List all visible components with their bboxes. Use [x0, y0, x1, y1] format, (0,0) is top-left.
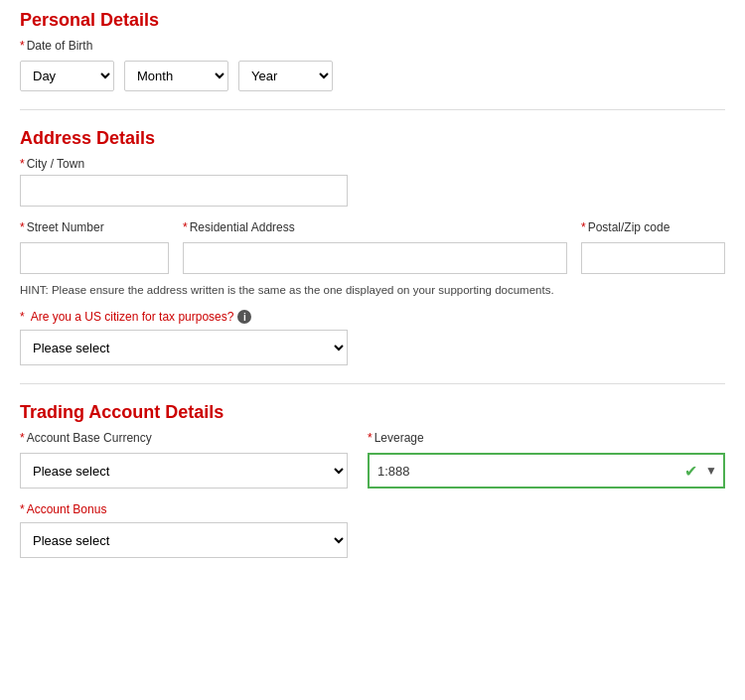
trading-details-title: Trading Account Details: [20, 402, 725, 423]
leverage-label: *Leverage: [368, 431, 725, 445]
residential-label: *Residential Address: [183, 220, 567, 234]
year-select[interactable]: Year 2000199919981997 199619951990198519…: [238, 61, 333, 91]
address-details-title: Address Details: [20, 128, 725, 149]
street-field: *Street Number: [20, 220, 169, 274]
month-select[interactable]: Month JanuaryFebruaryMarch AprilMayJune …: [124, 61, 228, 91]
us-citizen-field: * Are you a US citizen for tax purposes?…: [20, 310, 725, 365]
street-input[interactable]: [20, 242, 169, 274]
trading-fields-row: *Account Base Currency Please select USD…: [20, 431, 725, 489]
postal-label: *Postal/Zip code: [581, 220, 725, 234]
account-bonus-label: *Account Bonus: [20, 502, 725, 516]
account-bonus-select[interactable]: Please select Yes No: [20, 522, 348, 558]
address-details-section: Address Details *City / Town *Street Num…: [20, 128, 725, 365]
base-currency-select[interactable]: Please select USD EUR GBP AUD: [20, 453, 348, 489]
required-star: *: [20, 39, 25, 53]
city-input[interactable]: [20, 175, 348, 207]
dob-row: Day 12345 678910 1112131415 1617181920 2…: [20, 61, 725, 91]
address-fields-row: *Street Number *Residential Address *Pos…: [20, 220, 725, 274]
postal-field: *Postal/Zip code: [581, 220, 725, 274]
leverage-select[interactable]: 1:888 1:500 1:400 1:300 1:200 1:100: [368, 453, 725, 489]
leverage-wrapper: 1:888 1:500 1:400 1:300 1:200 1:100 ✔ ▼: [368, 453, 725, 489]
personal-details-section: Personal Details *Date of Birth Day 1234…: [20, 10, 725, 91]
base-currency-label: *Account Base Currency: [20, 431, 348, 445]
personal-details-title: Personal Details: [20, 10, 725, 31]
base-currency-field: *Account Base Currency Please select USD…: [20, 431, 348, 489]
dob-field: *Date of Birth Day 12345 678910 11121314…: [20, 39, 725, 91]
divider-2: [20, 383, 725, 384]
divider-1: [20, 109, 725, 110]
address-hint: HINT: Please ensure the address written …: [20, 284, 725, 296]
info-icon[interactable]: i: [237, 310, 251, 324]
residential-input[interactable]: [183, 242, 567, 274]
account-bonus-field: *Account Bonus Please select Yes No: [20, 502, 725, 558]
city-label: *City / Town: [20, 157, 725, 171]
dob-label: *Date of Birth: [20, 39, 725, 53]
city-field: *City / Town: [20, 157, 725, 207]
us-citizen-select[interactable]: Please select Yes No: [20, 330, 348, 365]
residential-field: *Residential Address: [183, 220, 567, 274]
day-select[interactable]: Day 12345 678910 1112131415 1617181920 2…: [20, 61, 114, 91]
street-label: *Street Number: [20, 220, 169, 234]
us-citizen-label: * Are you a US citizen for tax purposes?…: [20, 310, 725, 324]
trading-account-section: Trading Account Details *Account Base Cu…: [20, 402, 725, 558]
postal-input[interactable]: [581, 242, 725, 274]
leverage-field: *Leverage 1:888 1:500 1:400 1:300 1:200 …: [368, 431, 725, 489]
